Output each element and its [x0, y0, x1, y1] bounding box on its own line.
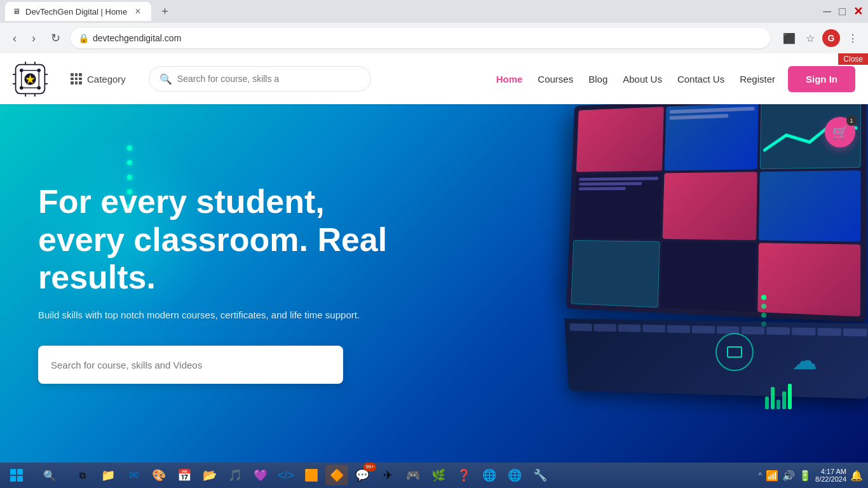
menu-button[interactable]: ⋮	[845, 30, 860, 47]
tab-close-button[interactable]: ✕	[132, 6, 144, 17]
start-button[interactable]	[5, 466, 28, 485]
taskbar-app-12[interactable]: ✈	[376, 465, 399, 485]
dot-line-decoration	[761, 295, 766, 327]
profile-button[interactable]: G	[822, 29, 840, 47]
cart-button[interactable]: 🛒 1	[825, 117, 855, 147]
taskbar-app-3[interactable]: 🎨	[147, 465, 170, 485]
taskbar-app-14[interactable]: 🌿	[427, 465, 450, 485]
cart-badge: 1	[846, 116, 857, 126]
bar-chart-decoration	[765, 384, 792, 409]
back-button[interactable]: ‹	[8, 29, 22, 48]
svg-rect-21	[10, 476, 16, 482]
taskbar-app-4[interactable]: 📅	[173, 465, 196, 485]
monitor-icon-circle	[715, 333, 754, 371]
logo-area[interactable]	[13, 62, 48, 97]
taskbar-app-15[interactable]: ❓	[452, 465, 475, 485]
search-icon: 🔍	[159, 73, 172, 85]
taskbar-search[interactable]: 🔍	[31, 465, 69, 485]
minimize-button[interactable]: ─	[823, 5, 831, 18]
taskbar-app-11[interactable]: 💬 99+	[351, 465, 374, 485]
system-tray: ^ 📶 🔊 🔋 4:17 AM 8/22/2024 🔔	[758, 468, 863, 483]
hero-title: For every student, every classroom. Real…	[38, 183, 419, 297]
main-navigation: Home Courses Blog About Us Contact Us Re…	[496, 74, 775, 85]
svg-rect-20	[17, 469, 23, 475]
lock-icon: 🔒	[78, 33, 89, 43]
forward-button[interactable]: ›	[27, 29, 41, 48]
taskbar-app-6[interactable]: 🎵	[224, 465, 247, 485]
hero-visual: ☁	[487, 104, 868, 463]
browser-controls: ‹ › ↻ 🔒 devtechgendigital.com ⬛ ☆ G ⋮	[0, 23, 868, 53]
nav-home[interactable]: Home	[496, 74, 523, 85]
svg-point-10	[37, 86, 41, 90]
nav-courses[interactable]: Courses	[538, 74, 573, 85]
nav-blog[interactable]: Blog	[588, 74, 607, 85]
address-bar[interactable]: 🔒 devtechgendigital.com	[71, 28, 770, 48]
svg-point-9	[20, 86, 24, 90]
taskbar-task-view[interactable]: ⧉	[71, 465, 94, 485]
bookmark-button[interactable]: ☆	[803, 30, 817, 47]
header-search-input[interactable]	[177, 74, 360, 84]
nav-register[interactable]: Register	[740, 74, 775, 85]
taskbar-app-9[interactable]: 🟧	[300, 465, 323, 485]
battery-icon[interactable]: 🔋	[799, 470, 811, 482]
laptop-screen	[566, 104, 866, 322]
svg-point-7	[20, 69, 24, 72]
category-button[interactable]: Category	[60, 68, 136, 90]
taskbar-outlook[interactable]: ✉	[122, 465, 145, 485]
tab-favicon: 🖥	[13, 7, 20, 16]
hero-subtitle: Build skills with top notch modern cours…	[38, 309, 419, 320]
refresh-button[interactable]: ↻	[46, 29, 65, 48]
nav-about-us[interactable]: About Us	[623, 74, 662, 85]
taskbar: 🔍 ⧉ 📁 ✉ 🎨 📅 📂 🎵 💜 </>	[0, 463, 868, 488]
category-label: Category	[87, 74, 126, 85]
taskbar-app-13[interactable]: 🎮	[402, 465, 424, 485]
system-tray-chevron[interactable]: ^	[758, 471, 762, 480]
grid-icon	[71, 73, 82, 85]
address-text: devtechgendigital.com	[93, 33, 181, 43]
taskbar-app-8[interactable]: </>	[275, 465, 297, 485]
taskbar-app-17[interactable]: 🔧	[529, 465, 552, 485]
browser-title-bar: 🖥 DevTechGen Digital | Home ✕ + ─ □ ✕	[0, 0, 868, 23]
tab-title: DevTechGen Digital | Home	[25, 7, 127, 17]
svg-rect-19	[10, 469, 16, 475]
site-logo	[13, 62, 48, 97]
svg-rect-22	[17, 476, 23, 482]
taskbar-datetime[interactable]: 4:17 AM 8/22/2024	[815, 468, 846, 483]
close-button[interactable]: ✕	[853, 4, 863, 18]
browser-actions: ⬛ ☆ G ⋮	[775, 29, 860, 47]
taskbar-app-16[interactable]: 🌐	[503, 465, 526, 485]
signin-button[interactable]: Sign In	[788, 66, 855, 92]
website-content: Close	[0, 53, 868, 463]
taskbar-file-explorer[interactable]: 📁	[97, 465, 119, 485]
nav-contact-us[interactable]: Contact Us	[677, 74, 724, 85]
cloud-icon: ☁	[792, 346, 817, 375]
taskbar-date-text: 8/22/2024	[815, 475, 846, 483]
close-notification[interactable]: Close	[838, 53, 868, 65]
taskbar-chrome[interactable]: 🌐	[478, 465, 501, 485]
taskbar-app-10[interactable]: 🔶	[325, 465, 348, 485]
svg-point-8	[37, 69, 41, 72]
header-search-bar[interactable]: 🔍	[149, 66, 371, 92]
browser-tab[interactable]: 🖥 DevTechGen Digital | Home ✕	[5, 2, 151, 21]
notification-bell-icon[interactable]: 🔔	[850, 470, 863, 482]
hero-content: For every student, every classroom. Real…	[38, 183, 419, 384]
cart-icon: 🛒	[832, 125, 848, 140]
new-tab-button[interactable]: +	[156, 3, 173, 21]
taskbar-app-5[interactable]: 📂	[198, 465, 221, 485]
screenshot-button[interactable]: ⬛	[780, 30, 798, 47]
taskbar-badge-count: 99+	[363, 463, 376, 471]
site-header: Category 🔍 Home Courses Blog About Us Co…	[0, 53, 868, 104]
hero-search-bar[interactable]	[38, 346, 343, 384]
hero-section: For every student, every classroom. Real…	[0, 104, 868, 463]
taskbar-app-7[interactable]: 💜	[249, 465, 272, 485]
volume-icon[interactable]: 🔊	[782, 470, 795, 482]
taskbar-time-text: 4:17 AM	[815, 468, 846, 475]
hero-search-input[interactable]	[51, 360, 330, 370]
maximize-button[interactable]: □	[839, 5, 846, 18]
wifi-icon[interactable]: 📶	[766, 470, 778, 482]
windows-logo-icon	[10, 469, 23, 482]
